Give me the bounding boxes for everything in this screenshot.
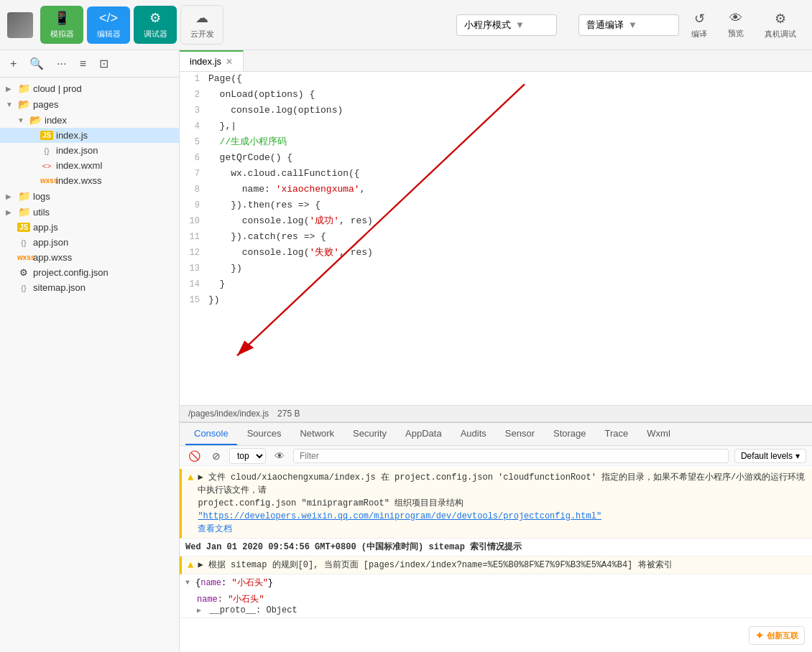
folder-icon: 📁 (17, 206, 30, 218)
console-levels-dropdown[interactable]: Default levels ▾ (734, 449, 806, 463)
expand-icon[interactable]: ▼ (185, 579, 190, 587)
tab-security[interactable]: Security (344, 423, 395, 445)
sidebar-item-label: app.wxss (33, 252, 173, 263)
mode-arrow-icon: ▼ (515, 19, 525, 30)
editor-button[interactable]: </> 编辑器 (87, 6, 130, 44)
config-icon: ⚙ (17, 267, 30, 278)
realdevice-button[interactable]: ⚙ 真机调试 (756, 6, 805, 44)
code-line: 12 console.log('失败', res) (180, 246, 812, 261)
file-tree: ▶ 📁 cloud | prod ▼ 📂 pages ▼ 📂 index ▶ J… (0, 78, 179, 652)
sidebar-item-pages[interactable]: ▼ 📂 pages (0, 96, 179, 112)
json-icon: {} (17, 284, 30, 292)
sidebar: + 🔍 ··· ≡ ⊡ ▶ 📁 cloud | prod ▼ 📂 pages ▼… (0, 50, 180, 652)
tab-close-button[interactable]: ✕ (226, 57, 233, 67)
sidebar-sort-button[interactable]: ≡ (75, 55, 91, 73)
debugger-button[interactable]: ⚙ 调试器 (134, 6, 177, 44)
code-line: 3 console.log(options) (180, 103, 812, 119)
mode-dropdown[interactable]: 小程序模式 ▼ (456, 14, 557, 36)
tab-sensor[interactable]: Sensor (497, 423, 543, 445)
sidebar-item-index-js[interactable]: ▶ JS index.js (0, 128, 179, 143)
code-line: 8 name: 'xiaochengxuma', (180, 182, 812, 198)
sidebar-item-label: index.js (56, 130, 173, 141)
code-line: 4 },| (180, 119, 812, 135)
docs-link[interactable]: 查看文档 (198, 524, 232, 534)
preview-label: 预览 (728, 28, 744, 39)
console-stop-button[interactable]: ⊘ (209, 449, 223, 463)
message-text: ▶ 文件 cloud/xiaochengxuma/index.js 在 proj… (198, 472, 805, 495)
folder-icon: 📁 (17, 83, 30, 94)
code-line: 7 wx.cloud.callFunction({ (180, 167, 812, 182)
sidebar-item-index-wxss[interactable]: ▶ wxss index.wxss (0, 173, 179, 188)
tab-appdata[interactable]: AppData (397, 423, 451, 445)
console-object: ▼ {name: "小石头"} name: "小石头" ▶ __proto__:… (180, 574, 812, 618)
tab-storage[interactable]: Storage (545, 423, 595, 445)
sidebar-item-sitemap[interactable]: ▶ {} sitemap.json (0, 280, 179, 295)
sidebar-item-app-json[interactable]: ▶ {} app.json (0, 235, 179, 250)
main-area: + 🔍 ··· ≡ ⊡ ▶ 📁 cloud | prod ▼ 📂 pages ▼… (0, 50, 812, 652)
simulator-button[interactable]: 📱 模拟器 (40, 6, 83, 44)
content-area: index.js ✕ 1 Page({ 2 onLoad(options) { … (180, 50, 812, 652)
sidebar-item-index-folder[interactable]: ▼ 📂 index (0, 112, 179, 128)
tab-label: index.js (190, 56, 221, 67)
sidebar-add-button[interactable]: + (6, 55, 21, 73)
tab-trace[interactable]: Trace (596, 423, 637, 445)
sidebar-item-app-js[interactable]: ▶ JS app.js (0, 220, 179, 235)
cloud-button[interactable]: ☁ 云开发 (180, 5, 223, 45)
realdevice-label: 真机调试 (765, 29, 796, 39)
js-icon: JS (17, 223, 30, 232)
sidebar-split-button[interactable]: ⊡ (95, 55, 113, 73)
message-link[interactable]: "https://developers.weixin.qq.com/minipr… (198, 511, 601, 521)
console-toolbar: 🚫 ⊘ top 👁 Default levels ▾ (180, 446, 812, 466)
console-date-header: Wed Jan 01 2020 09:54:56 GMT+0800 (中国标准时… (180, 539, 812, 556)
sidebar-item-label: logs (33, 191, 173, 202)
compile-arrow-icon: ▼ (628, 19, 637, 30)
sidebar-item-logs[interactable]: ▶ 📁 logs (0, 188, 179, 204)
sidebar-item-label: index.json (56, 145, 173, 156)
expand-proto-icon[interactable]: ▶ (197, 607, 201, 615)
sidebar-item-project-config[interactable]: ▶ ⚙ project.config.json (0, 265, 179, 280)
devtools-panel: Console Sources Network Security AppData… (180, 422, 812, 652)
sidebar-item-label: cloud | prod (33, 83, 173, 94)
tab-sources[interactable]: Sources (239, 423, 290, 445)
debugger-icon: ⚙ (149, 10, 161, 26)
file-path: /pages/index/index.js (188, 409, 269, 419)
preview-icon: 👁 (729, 11, 742, 26)
toolbar: 📱 模拟器 </> 编辑器 ⚙ 调试器 ☁ 云开发 小程序模式 ▼ 普通编译 ▼… (0, 0, 812, 50)
sidebar-search-button[interactable]: 🔍 (25, 55, 48, 73)
date-header-text: Wed Jan 01 2020 09:54:56 GMT+0800 (中国标准时… (185, 542, 522, 552)
sidebar-item-cloud-prod[interactable]: ▶ 📁 cloud | prod (0, 80, 179, 96)
sidebar-item-utils[interactable]: ▶ 📁 utils (0, 204, 179, 220)
sidebar-item-label: index.wxml (56, 160, 173, 171)
editor-tab-index-js[interactable]: index.js ✕ (180, 50, 244, 71)
tab-audits[interactable]: Audits (452, 423, 495, 445)
editor-icon: </> (99, 11, 118, 26)
wxss-icon: wxss (17, 253, 30, 261)
sidebar-item-label: sitemap.json (33, 282, 173, 293)
console-filter-input[interactable] (293, 449, 729, 463)
sidebar-item-index-wxml[interactable]: ▶ <> index.wxml (0, 158, 179, 173)
sidebar-more-button[interactable]: ··· (52, 55, 70, 73)
console-clear-button[interactable]: 🚫 (185, 449, 203, 463)
console-output: ▲ ▶ 文件 cloud/xiaochengxuma/index.js 在 pr… (180, 466, 812, 652)
compile-dropdown[interactable]: 普通编译 ▼ (578, 14, 679, 36)
editor-label: 编辑器 (97, 29, 121, 39)
code-line: 9 }).then(res => { (180, 198, 812, 214)
avatar (7, 12, 33, 38)
context-select[interactable]: top (229, 448, 266, 464)
compile-button[interactable]: ↺ 编译 (683, 6, 716, 44)
console-message-2: ▲ ▶ 根据 sitemap 的规则[0], 当前页面 [pages/index… (180, 556, 812, 574)
tab-wxml[interactable]: Wxml (638, 423, 679, 445)
folder-icon: 📂 (17, 98, 30, 110)
watermark: ✦ 创新互联 (749, 626, 805, 645)
watermark-label: 创新互联 (767, 630, 798, 641)
tab-network[interactable]: Network (291, 423, 343, 445)
sidebar-item-label: app.js (33, 222, 173, 233)
tab-console[interactable]: Console (185, 423, 237, 445)
console-eye-button[interactable]: 👁 (272, 449, 287, 463)
simulator-icon: 📱 (54, 10, 70, 26)
sidebar-item-app-wxss[interactable]: ▶ wxss app.wxss (0, 250, 179, 265)
arrow-icon: ▼ (17, 116, 26, 124)
sidebar-item-index-json[interactable]: ▶ {} index.json (0, 143, 179, 158)
preview-button[interactable]: 👁 预览 (719, 6, 752, 43)
code-editor[interactable]: 1 Page({ 2 onLoad(options) { 3 console.l… (180, 72, 812, 405)
